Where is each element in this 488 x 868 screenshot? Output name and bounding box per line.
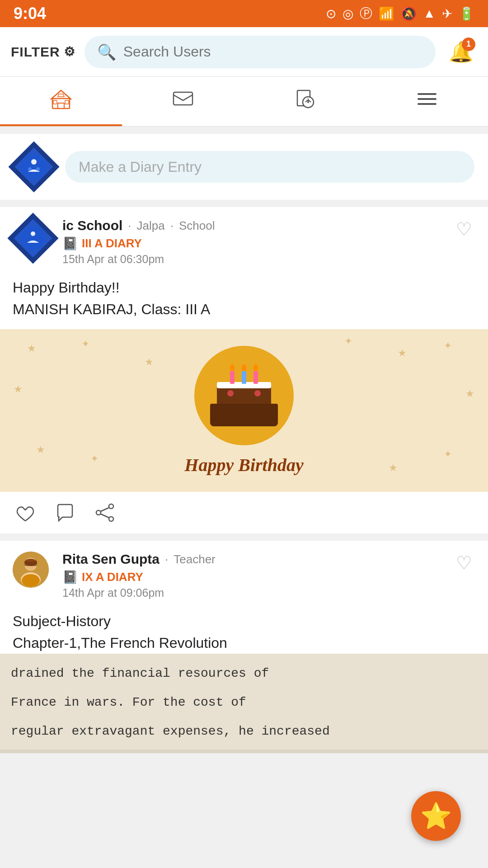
star-deco: ✦ bbox=[81, 338, 89, 350]
svg-point-18 bbox=[109, 504, 113, 509]
post-time-1: 15th Apr at 06:30pm bbox=[62, 253, 444, 266]
svg-line-22 bbox=[101, 514, 109, 518]
svg-rect-4 bbox=[174, 92, 192, 105]
svg-point-20 bbox=[109, 517, 113, 521]
notification-button[interactable]: 🔔 1 bbox=[445, 36, 477, 68]
star-deco: ✦ bbox=[444, 448, 452, 460]
star-deco: ✦ bbox=[344, 335, 352, 347]
svg-point-13 bbox=[31, 159, 37, 165]
like-button-1[interactable]: ♡ bbox=[453, 218, 475, 241]
candle-3 bbox=[253, 364, 258, 384]
status-time: 9:04 bbox=[14, 4, 46, 23]
post-content-2: Subject-History Chapter-1,The French Rev… bbox=[0, 607, 488, 654]
star-icon: ⭐ bbox=[420, 801, 452, 831]
filter-label: FILTER bbox=[11, 44, 60, 60]
wifi-icon: ▲ bbox=[423, 6, 436, 21]
camera2-icon: ◎ bbox=[343, 6, 353, 21]
menu-icon bbox=[415, 87, 439, 117]
star-deco: ★ bbox=[389, 462, 398, 474]
post-header-2: Rita Sen Gupta · Teacher 📓 IX A DIARY 14… bbox=[0, 541, 488, 607]
school-avatar bbox=[14, 146, 54, 187]
star-deco: ★ bbox=[145, 356, 154, 368]
star-deco: ★ bbox=[398, 347, 407, 359]
signal-icon: 📶 bbox=[379, 6, 394, 21]
post-avatar-2 bbox=[13, 552, 53, 592]
birthday-cake bbox=[194, 346, 294, 445]
post-author-location: Jalpa bbox=[137, 219, 165, 233]
search-input[interactable] bbox=[123, 43, 423, 60]
filter-icon: ⚙ bbox=[64, 44, 75, 59]
comment-action-1[interactable] bbox=[53, 501, 77, 524]
post-author-name-1: ic School bbox=[62, 218, 122, 233]
nav-tabs bbox=[0, 77, 488, 127]
tab-messages[interactable] bbox=[122, 77, 244, 126]
feed: Make a Diary Entry bbox=[0, 127, 488, 768]
like-button-2[interactable]: ♡ bbox=[453, 552, 475, 574]
mute-icon: 🔕 bbox=[401, 6, 417, 21]
battery-icon: 🔋 bbox=[459, 6, 474, 21]
star-deco: ★ bbox=[465, 388, 474, 400]
like-action-1[interactable] bbox=[14, 501, 37, 524]
candle-1 bbox=[230, 364, 235, 384]
svg-rect-1 bbox=[58, 103, 64, 108]
tab-menu[interactable] bbox=[366, 77, 488, 126]
handwriting-photo: drained the financial resources of Franc… bbox=[0, 654, 488, 753]
post-text-1: Happy Birthday!! MANISH KABIRAJ, Class: … bbox=[13, 277, 475, 320]
cake-body bbox=[210, 386, 278, 426]
parking-icon: Ⓟ bbox=[360, 5, 372, 22]
post-author-name-2: Rita Sen Gupta bbox=[62, 552, 160, 567]
svg-point-8 bbox=[307, 101, 309, 103]
post-text-2: Subject-History Chapter-1,The French Rev… bbox=[13, 610, 475, 654]
svg-rect-3 bbox=[65, 100, 69, 104]
post-diary-tag-1: 📓 III A DIARY bbox=[62, 236, 444, 251]
star-deco: ★ bbox=[36, 444, 45, 456]
notification-badge: 1 bbox=[462, 38, 475, 51]
filter-button[interactable]: FILTER ⚙ bbox=[11, 44, 75, 60]
birthday-text: Happy Birthday bbox=[184, 454, 303, 476]
svg-point-15 bbox=[36, 167, 40, 171]
svg-point-14 bbox=[28, 167, 32, 171]
star-deco: ✦ bbox=[90, 453, 99, 465]
post-card-1: ic School · Jalpa · School 📓 III A DIARY… bbox=[0, 207, 488, 533]
home-icon bbox=[49, 87, 73, 117]
search-bar[interactable]: 🔍 bbox=[84, 36, 436, 68]
diary-entry-box: Make a Diary Entry bbox=[0, 134, 488, 200]
post-time-2: 14th Apr at 09:06pm bbox=[62, 586, 444, 599]
fab-button[interactable]: ⭐ bbox=[411, 791, 461, 841]
post-meta-1: ic School · Jalpa · School 📓 III A DIARY… bbox=[62, 218, 444, 266]
star-deco: ✦ bbox=[444, 340, 452, 352]
teacher-avatar bbox=[13, 552, 49, 588]
svg-rect-28 bbox=[24, 561, 37, 566]
post-author-role-1: School bbox=[179, 219, 215, 233]
svg-point-16 bbox=[23, 228, 43, 249]
post-author-role-2: Teacher bbox=[174, 552, 216, 566]
svg-rect-2 bbox=[53, 100, 57, 104]
svg-point-19 bbox=[96, 510, 101, 515]
post-diary-tag-2: 📓 IX A DIARY bbox=[62, 570, 444, 585]
diary-label-1: III A DIARY bbox=[82, 236, 142, 250]
tab-home[interactable] bbox=[0, 77, 122, 126]
messages-icon bbox=[171, 87, 195, 117]
post-card-2: Rita Sen Gupta · Teacher 📓 IX A DIARY 14… bbox=[0, 541, 488, 753]
star-deco: ★ bbox=[27, 343, 36, 354]
diary-placeholder[interactable]: Make a Diary Entry bbox=[65, 151, 474, 183]
assignments-icon bbox=[293, 87, 317, 117]
star-deco: ★ bbox=[14, 383, 23, 395]
top-bar: FILTER ⚙ 🔍 🔔 1 bbox=[0, 27, 488, 77]
post-avatar-1 bbox=[13, 218, 53, 259]
tab-assignments[interactable] bbox=[244, 77, 366, 126]
post-actions-1 bbox=[0, 492, 488, 533]
share-action-1[interactable] bbox=[93, 501, 117, 524]
camera-icon: ⊙ bbox=[326, 6, 336, 21]
handwriting-text: drained the financial resources of Franc… bbox=[0, 654, 488, 753]
post-meta-2: Rita Sen Gupta · Teacher 📓 IX A DIARY 14… bbox=[62, 552, 444, 599]
status-icons: ⊙ ◎ Ⓟ 📶 🔕 ▲ ✈ 🔋 bbox=[326, 5, 474, 22]
birthday-image: ★ ✦ ★ ✦ ★ ✦ ★ ✦ ★ ✦ ★ ★ bbox=[0, 329, 488, 492]
search-icon: 🔍 bbox=[97, 43, 116, 61]
candle-2 bbox=[242, 364, 246, 384]
post-content-1: Happy Birthday!! MANISH KABIRAJ, Class: … bbox=[0, 273, 488, 329]
airplane-icon: ✈ bbox=[442, 6, 452, 21]
svg-point-29 bbox=[22, 574, 40, 587]
svg-point-17 bbox=[31, 231, 35, 236]
diary-label-2: IX A DIARY bbox=[82, 570, 143, 584]
